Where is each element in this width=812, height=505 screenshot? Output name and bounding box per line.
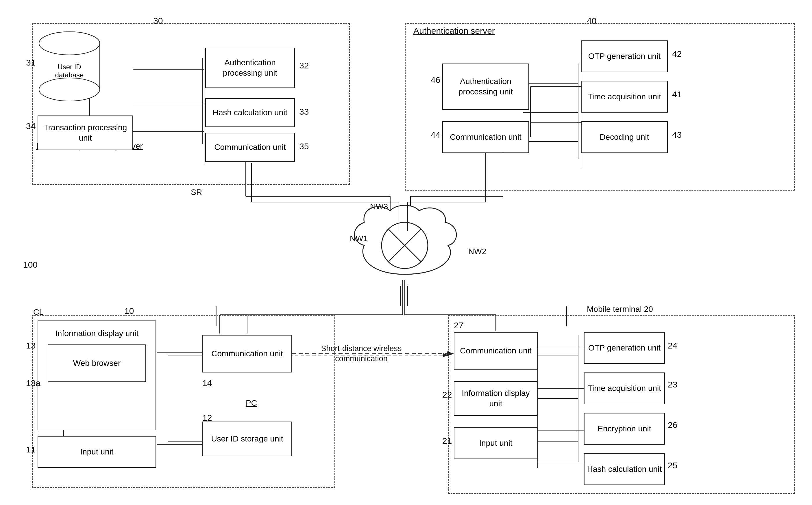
num-31: 31 (26, 58, 35, 67)
communication-unit-27: Communication unit (454, 332, 538, 370)
num-35: 35 (299, 142, 309, 151)
input-unit-10: Input unit (37, 436, 156, 468)
num-25: 25 (668, 461, 677, 470)
label-cl: CL (33, 308, 44, 317)
num-24: 24 (668, 341, 677, 350)
label-100: 100 (23, 260, 37, 270)
info-display-unit-20: Information display unit (454, 381, 538, 416)
num-41: 41 (672, 90, 682, 99)
time-acquisition-unit-40: Time acquisition unit (581, 81, 668, 113)
auth-processing-unit-46: Authentication processing unit (442, 63, 529, 110)
communication-unit-14: Communication unit (202, 335, 292, 372)
num-26: 26 (668, 420, 677, 430)
label-40: 40 (587, 16, 596, 26)
label-10: 10 (124, 306, 134, 316)
web-browser-box: Web browser (48, 344, 146, 382)
label-nw1: NW1 (350, 234, 368, 243)
communication-unit-44: Communication unit (442, 121, 529, 153)
wireless-label: Short-distance wireless communication (307, 344, 416, 364)
num-27: 27 (454, 321, 463, 330)
input-unit-20: Input unit (454, 427, 538, 459)
label-sr: SR (191, 188, 202, 197)
communication-unit-35: Communication unit (205, 133, 295, 162)
label-nw3: NW3 (370, 202, 388, 211)
num-23: 23 (668, 380, 677, 389)
hash-calculation-unit-20: Hash calculation unit (584, 453, 665, 485)
decoding-unit: Decoding unit (581, 121, 668, 153)
label-mobile-20: Mobile terminal 20 (587, 305, 653, 314)
svg-point-39 (39, 32, 100, 55)
num-44: 44 (431, 130, 440, 140)
num-32: 32 (299, 61, 309, 70)
num-13a: 13a (26, 378, 40, 388)
otp-generation-unit-40: OTP generation unit (581, 40, 668, 72)
encryption-unit: Encryption unit (584, 413, 665, 445)
auth-server-label: Authentication server (414, 26, 495, 36)
num-34: 34 (26, 121, 35, 131)
hash-calculation-unit-33: Hash calculation unit (205, 98, 295, 127)
svg-text:database: database (55, 71, 84, 79)
transaction-processing-unit: Transaction processing unit (37, 116, 133, 150)
num-21: 21 (442, 436, 452, 446)
num-46: 46 (431, 75, 440, 85)
num-43: 43 (672, 130, 682, 140)
num-13: 13 (26, 341, 35, 350)
label-nw2: NW2 (468, 247, 486, 256)
label-30: 30 (153, 16, 163, 26)
user-id-storage-unit: User ID storage unit (202, 422, 292, 456)
pc-label: PC (246, 398, 257, 408)
user-id-database: User ID database (37, 29, 101, 110)
info-display-unit-container: Information display unit Web browser (37, 321, 156, 430)
auth-processing-unit-32: Authentication processing unit (205, 48, 295, 88)
num-33: 33 (299, 107, 309, 117)
time-acquisition-unit-20: Time acquisition unit (584, 372, 665, 404)
svg-text:User ID: User ID (57, 63, 81, 71)
num-42: 42 (672, 49, 682, 59)
otp-generation-unit-20: OTP generation unit (584, 332, 665, 364)
num-11: 11 (26, 445, 35, 455)
num-14: 14 (202, 378, 212, 388)
num-22: 22 (442, 390, 452, 399)
svg-point-38 (39, 78, 100, 101)
num-12: 12 (202, 413, 212, 423)
